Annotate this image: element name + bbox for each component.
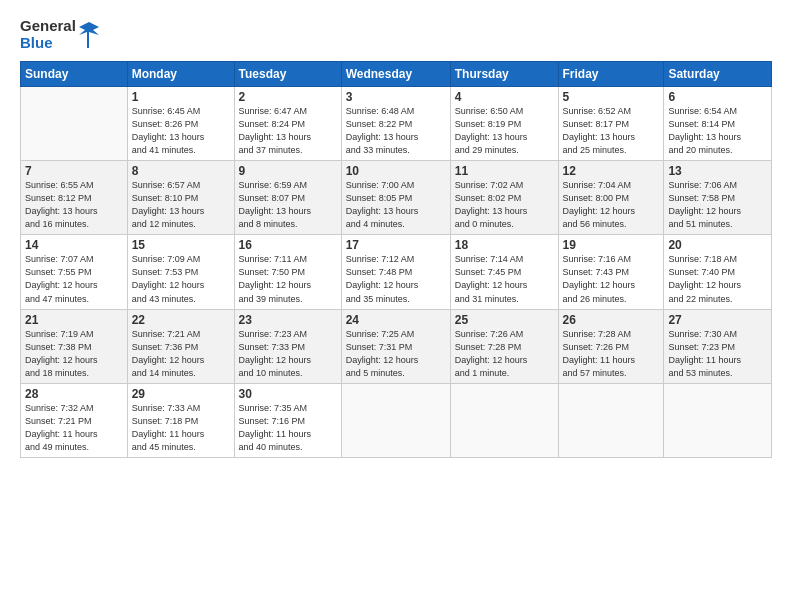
day-info: Sunrise: 7:00 AM Sunset: 8:05 PM Dayligh… <box>346 179 446 231</box>
day-number: 30 <box>239 387 337 401</box>
calendar-cell: 29Sunrise: 7:33 AM Sunset: 7:18 PM Dayli… <box>127 383 234 457</box>
day-info: Sunrise: 7:18 AM Sunset: 7:40 PM Dayligh… <box>668 253 767 305</box>
day-number: 25 <box>455 313 554 327</box>
day-number: 20 <box>668 238 767 252</box>
day-number: 17 <box>346 238 446 252</box>
calendar-cell: 10Sunrise: 7:00 AM Sunset: 8:05 PM Dayli… <box>341 161 450 235</box>
day-info: Sunrise: 7:35 AM Sunset: 7:16 PM Dayligh… <box>239 402 337 454</box>
calendar-week-row: 7Sunrise: 6:55 AM Sunset: 8:12 PM Daylig… <box>21 161 772 235</box>
calendar-cell: 26Sunrise: 7:28 AM Sunset: 7:26 PM Dayli… <box>558 309 664 383</box>
calendar-cell <box>341 383 450 457</box>
calendar-cell: 6Sunrise: 6:54 AM Sunset: 8:14 PM Daylig… <box>664 87 772 161</box>
day-number: 19 <box>563 238 660 252</box>
calendar-cell <box>21 87 128 161</box>
logo: General Blue <box>20 18 99 51</box>
day-header-saturday: Saturday <box>664 62 772 87</box>
day-info: Sunrise: 6:52 AM Sunset: 8:17 PM Dayligh… <box>563 105 660 157</box>
calendar-cell: 13Sunrise: 7:06 AM Sunset: 7:58 PM Dayli… <box>664 161 772 235</box>
calendar-cell: 21Sunrise: 7:19 AM Sunset: 7:38 PM Dayli… <box>21 309 128 383</box>
calendar-cell: 11Sunrise: 7:02 AM Sunset: 8:02 PM Dayli… <box>450 161 558 235</box>
calendar-cell: 8Sunrise: 6:57 AM Sunset: 8:10 PM Daylig… <box>127 161 234 235</box>
day-info: Sunrise: 7:28 AM Sunset: 7:26 PM Dayligh… <box>563 328 660 380</box>
day-number: 2 <box>239 90 337 104</box>
day-info: Sunrise: 7:23 AM Sunset: 7:33 PM Dayligh… <box>239 328 337 380</box>
day-info: Sunrise: 6:47 AM Sunset: 8:24 PM Dayligh… <box>239 105 337 157</box>
day-header-wednesday: Wednesday <box>341 62 450 87</box>
calendar-week-row: 14Sunrise: 7:07 AM Sunset: 7:55 PM Dayli… <box>21 235 772 309</box>
calendar-cell: 16Sunrise: 7:11 AM Sunset: 7:50 PM Dayli… <box>234 235 341 309</box>
header: General Blue <box>20 18 772 51</box>
calendar-cell <box>664 383 772 457</box>
day-header-monday: Monday <box>127 62 234 87</box>
calendar-cell <box>450 383 558 457</box>
day-info: Sunrise: 7:02 AM Sunset: 8:02 PM Dayligh… <box>455 179 554 231</box>
calendar-cell: 18Sunrise: 7:14 AM Sunset: 7:45 PM Dayli… <box>450 235 558 309</box>
day-number: 9 <box>239 164 337 178</box>
day-number: 16 <box>239 238 337 252</box>
day-header-tuesday: Tuesday <box>234 62 341 87</box>
day-number: 5 <box>563 90 660 104</box>
calendar-cell <box>558 383 664 457</box>
calendar-cell: 24Sunrise: 7:25 AM Sunset: 7:31 PM Dayli… <box>341 309 450 383</box>
day-info: Sunrise: 6:57 AM Sunset: 8:10 PM Dayligh… <box>132 179 230 231</box>
calendar: SundayMondayTuesdayWednesdayThursdayFrid… <box>20 61 772 458</box>
day-number: 26 <box>563 313 660 327</box>
day-number: 6 <box>668 90 767 104</box>
day-info: Sunrise: 7:30 AM Sunset: 7:23 PM Dayligh… <box>668 328 767 380</box>
calendar-cell: 12Sunrise: 7:04 AM Sunset: 8:00 PM Dayli… <box>558 161 664 235</box>
day-info: Sunrise: 7:33 AM Sunset: 7:18 PM Dayligh… <box>132 402 230 454</box>
calendar-cell: 5Sunrise: 6:52 AM Sunset: 8:17 PM Daylig… <box>558 87 664 161</box>
day-info: Sunrise: 7:09 AM Sunset: 7:53 PM Dayligh… <box>132 253 230 305</box>
day-info: Sunrise: 7:11 AM Sunset: 7:50 PM Dayligh… <box>239 253 337 305</box>
logo-container: General Blue <box>20 18 99 51</box>
day-info: Sunrise: 7:26 AM Sunset: 7:28 PM Dayligh… <box>455 328 554 380</box>
day-number: 8 <box>132 164 230 178</box>
calendar-cell: 9Sunrise: 6:59 AM Sunset: 8:07 PM Daylig… <box>234 161 341 235</box>
day-info: Sunrise: 7:04 AM Sunset: 8:00 PM Dayligh… <box>563 179 660 231</box>
day-info: Sunrise: 6:50 AM Sunset: 8:19 PM Dayligh… <box>455 105 554 157</box>
day-header-sunday: Sunday <box>21 62 128 87</box>
day-number: 22 <box>132 313 230 327</box>
logo-text-block: General Blue <box>20 18 76 51</box>
logo-blue-text: Blue <box>20 35 76 52</box>
day-number: 21 <box>25 313 123 327</box>
day-info: Sunrise: 7:21 AM Sunset: 7:36 PM Dayligh… <box>132 328 230 380</box>
day-info: Sunrise: 7:12 AM Sunset: 7:48 PM Dayligh… <box>346 253 446 305</box>
calendar-cell: 14Sunrise: 7:07 AM Sunset: 7:55 PM Dayli… <box>21 235 128 309</box>
day-info: Sunrise: 6:45 AM Sunset: 8:26 PM Dayligh… <box>132 105 230 157</box>
calendar-week-row: 21Sunrise: 7:19 AM Sunset: 7:38 PM Dayli… <box>21 309 772 383</box>
day-info: Sunrise: 7:25 AM Sunset: 7:31 PM Dayligh… <box>346 328 446 380</box>
calendar-cell: 27Sunrise: 7:30 AM Sunset: 7:23 PM Dayli… <box>664 309 772 383</box>
day-info: Sunrise: 7:14 AM Sunset: 7:45 PM Dayligh… <box>455 253 554 305</box>
day-info: Sunrise: 6:55 AM Sunset: 8:12 PM Dayligh… <box>25 179 123 231</box>
day-number: 23 <box>239 313 337 327</box>
day-number: 10 <box>346 164 446 178</box>
calendar-cell: 3Sunrise: 6:48 AM Sunset: 8:22 PM Daylig… <box>341 87 450 161</box>
day-number: 29 <box>132 387 230 401</box>
calendar-cell: 22Sunrise: 7:21 AM Sunset: 7:36 PM Dayli… <box>127 309 234 383</box>
calendar-cell: 15Sunrise: 7:09 AM Sunset: 7:53 PM Dayli… <box>127 235 234 309</box>
day-number: 7 <box>25 164 123 178</box>
day-number: 28 <box>25 387 123 401</box>
calendar-week-row: 28Sunrise: 7:32 AM Sunset: 7:21 PM Dayli… <box>21 383 772 457</box>
calendar-cell: 19Sunrise: 7:16 AM Sunset: 7:43 PM Dayli… <box>558 235 664 309</box>
day-number: 11 <box>455 164 554 178</box>
day-number: 15 <box>132 238 230 252</box>
day-info: Sunrise: 7:19 AM Sunset: 7:38 PM Dayligh… <box>25 328 123 380</box>
calendar-cell: 25Sunrise: 7:26 AM Sunset: 7:28 PM Dayli… <box>450 309 558 383</box>
calendar-cell: 7Sunrise: 6:55 AM Sunset: 8:12 PM Daylig… <box>21 161 128 235</box>
day-info: Sunrise: 7:07 AM Sunset: 7:55 PM Dayligh… <box>25 253 123 305</box>
calendar-cell: 30Sunrise: 7:35 AM Sunset: 7:16 PM Dayli… <box>234 383 341 457</box>
calendar-cell: 28Sunrise: 7:32 AM Sunset: 7:21 PM Dayli… <box>21 383 128 457</box>
calendar-cell: 1Sunrise: 6:45 AM Sunset: 8:26 PM Daylig… <box>127 87 234 161</box>
calendar-week-row: 1Sunrise: 6:45 AM Sunset: 8:26 PM Daylig… <box>21 87 772 161</box>
calendar-cell: 4Sunrise: 6:50 AM Sunset: 8:19 PM Daylig… <box>450 87 558 161</box>
day-info: Sunrise: 7:32 AM Sunset: 7:21 PM Dayligh… <box>25 402 123 454</box>
day-number: 3 <box>346 90 446 104</box>
day-number: 27 <box>668 313 767 327</box>
day-header-thursday: Thursday <box>450 62 558 87</box>
calendar-cell: 23Sunrise: 7:23 AM Sunset: 7:33 PM Dayli… <box>234 309 341 383</box>
day-number: 12 <box>563 164 660 178</box>
day-number: 14 <box>25 238 123 252</box>
logo-general-text: General <box>20 18 76 35</box>
